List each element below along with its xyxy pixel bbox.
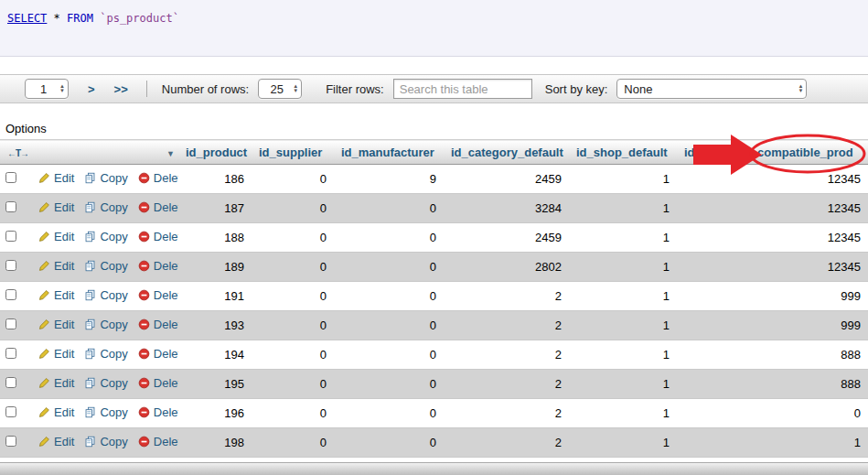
column-header-id_category_default[interactable]: id_category_default bbox=[444, 140, 569, 165]
row-checkbox[interactable] bbox=[5, 436, 16, 447]
copy-link[interactable]: Copy bbox=[84, 405, 127, 419]
cell-compatible_prod: 1 bbox=[750, 428, 868, 458]
copy-link[interactable]: Copy bbox=[84, 318, 127, 331]
delete-link[interactable]: Delete bbox=[138, 259, 178, 273]
cell-id_shop_default: 1 bbox=[569, 223, 677, 253]
last-page-button[interactable]: >> bbox=[114, 82, 128, 96]
column-header-id_shop_default[interactable]: id_shop_default bbox=[569, 140, 677, 165]
copy-icon bbox=[84, 231, 96, 243]
copy-link[interactable]: Copy bbox=[84, 347, 127, 361]
table-row: EditCopyDelete1910021999 bbox=[0, 282, 868, 311]
delete-link[interactable]: Delete bbox=[138, 230, 178, 243]
horizontal-scrollbar[interactable] bbox=[0, 462, 868, 475]
edit-link[interactable]: Edit bbox=[38, 376, 74, 390]
delete-link[interactable]: Delete bbox=[138, 347, 178, 361]
copy-icon bbox=[84, 318, 96, 330]
row-checkbox[interactable] bbox=[5, 406, 16, 417]
row-actions-cell: EditCopyDelete bbox=[27, 340, 178, 370]
cell-id_manufacturer: 9 bbox=[334, 165, 444, 194]
cell-id_product: 193 bbox=[178, 311, 252, 340]
row-checkbox[interactable] bbox=[5, 231, 16, 242]
row-checkbox-cell bbox=[0, 311, 27, 340]
options-label[interactable]: Options bbox=[5, 122, 47, 135]
row-actions-cell: EditCopyDelete bbox=[27, 223, 178, 253]
copy-link[interactable]: Copy bbox=[84, 171, 127, 185]
edit-link[interactable]: Edit bbox=[38, 259, 74, 273]
cell-id_manufacturer: 0 bbox=[334, 194, 444, 223]
cell-id_category_default: 2 bbox=[444, 282, 569, 311]
delete-link[interactable]: Delete bbox=[138, 318, 178, 331]
cell-id_manufacturer: 0 bbox=[334, 370, 444, 399]
cell-id_category_default: 2459 bbox=[444, 165, 569, 194]
row-checkbox[interactable] bbox=[5, 172, 16, 183]
table-row: EditCopyDelete187003284112345 bbox=[0, 194, 868, 223]
copy-link[interactable]: Copy bbox=[84, 376, 127, 390]
cell-id_supplier: 0 bbox=[252, 399, 334, 428]
row-checkbox[interactable] bbox=[5, 201, 16, 212]
sql-keyword-select-link[interactable]: SELECT bbox=[7, 12, 47, 25]
delete-link[interactable]: Delete bbox=[138, 435, 178, 448]
rows-per-page-select[interactable]: 25 ▲▼ bbox=[258, 79, 302, 99]
page-select-value: 1 bbox=[32, 82, 55, 96]
edit-link[interactable]: Edit bbox=[38, 230, 74, 243]
column-header-id_supplier[interactable]: id_supplier bbox=[252, 140, 334, 165]
page-select[interactable]: 1 ▲▼ bbox=[25, 79, 69, 99]
results-toolbar: 1 ▲▼ > >> Number of rows: 25 ▲▼ Filter r… bbox=[0, 74, 868, 103]
row-checkbox[interactable] bbox=[5, 260, 16, 271]
edit-link[interactable]: Edit bbox=[38, 288, 74, 302]
sort-key-select[interactable]: None ▲▼ bbox=[616, 79, 807, 99]
column-header-id_manufacturer[interactable]: id_manufacturer bbox=[334, 140, 444, 165]
cell-id_shop_default: 1 bbox=[569, 311, 677, 340]
cell-id_category_default: 2 bbox=[444, 370, 569, 399]
cell-id bbox=[677, 370, 750, 399]
copy-link[interactable]: Copy bbox=[84, 259, 127, 273]
row-checkbox[interactable] bbox=[5, 348, 16, 359]
edit-link[interactable]: Edit bbox=[38, 435, 74, 448]
edit-link[interactable]: Edit bbox=[38, 171, 74, 185]
cell-id_manufacturer: 0 bbox=[334, 340, 444, 370]
cell-id_category_default: 2459 bbox=[444, 223, 569, 253]
row-checkbox-cell bbox=[0, 253, 27, 282]
column-header-compatible_prod[interactable]: compatible_prod bbox=[750, 140, 868, 165]
filter-rows-label: Filter rows: bbox=[326, 82, 384, 96]
edit-link[interactable]: Edit bbox=[38, 347, 74, 361]
row-checkbox[interactable] bbox=[5, 318, 16, 329]
phpmyadmin-results-page: SELECT * FROM `ps_product` 1 ▲▼ > >> Num… bbox=[0, 0, 868, 475]
table-row: EditCopyDelete189002802112345 bbox=[0, 253, 868, 282]
delete-link[interactable]: Delete bbox=[138, 200, 178, 214]
edit-link[interactable]: Edit bbox=[38, 318, 74, 331]
copy-link[interactable]: Copy bbox=[84, 200, 127, 214]
row-checkbox[interactable] bbox=[5, 377, 16, 388]
copy-link[interactable]: Copy bbox=[84, 435, 127, 448]
cell-id_supplier: 0 bbox=[252, 428, 334, 458]
sort-key-value: None bbox=[624, 82, 793, 96]
copy-icon bbox=[84, 260, 96, 272]
edit-link[interactable]: Edit bbox=[38, 200, 74, 214]
copy-icon bbox=[84, 436, 96, 448]
cell-id_product: 186 bbox=[178, 165, 252, 194]
column-header-id[interactable]: id bbox=[677, 140, 750, 165]
delete-link[interactable]: Delete bbox=[138, 376, 178, 390]
delete-link[interactable]: Delete bbox=[138, 288, 178, 302]
delete-icon bbox=[138, 436, 150, 448]
delete-link[interactable]: Delete bbox=[138, 171, 178, 185]
sql-table-identifier: `ps_product` bbox=[100, 12, 179, 25]
cell-id_shop_default: 1 bbox=[569, 253, 677, 282]
edit-link[interactable]: Edit bbox=[38, 405, 74, 419]
filter-search-input[interactable] bbox=[393, 79, 532, 99]
cell-id_category_default: 2 bbox=[444, 311, 569, 340]
text-toggle-control[interactable]: ←T→ bbox=[7, 148, 27, 158]
column-options-icon[interactable]: ▼ bbox=[166, 149, 175, 158]
cell-id_shop_default: 1 bbox=[569, 399, 677, 428]
delete-link[interactable]: Delete bbox=[138, 405, 178, 419]
cell-compatible_prod: 12345 bbox=[750, 223, 868, 253]
copy-link[interactable]: Copy bbox=[84, 230, 127, 243]
next-page-button[interactable]: > bbox=[88, 82, 95, 96]
pencil-icon bbox=[38, 260, 50, 272]
row-checkbox[interactable] bbox=[5, 289, 16, 300]
column-header-id_product[interactable]: id_product bbox=[178, 140, 252, 165]
table-row: EditCopyDelete1950021888 bbox=[0, 370, 868, 399]
table-row: EditCopyDelete19600210 bbox=[0, 399, 868, 428]
copy-link[interactable]: Copy bbox=[84, 288, 127, 302]
cell-compatible_prod: 0 bbox=[750, 399, 868, 428]
